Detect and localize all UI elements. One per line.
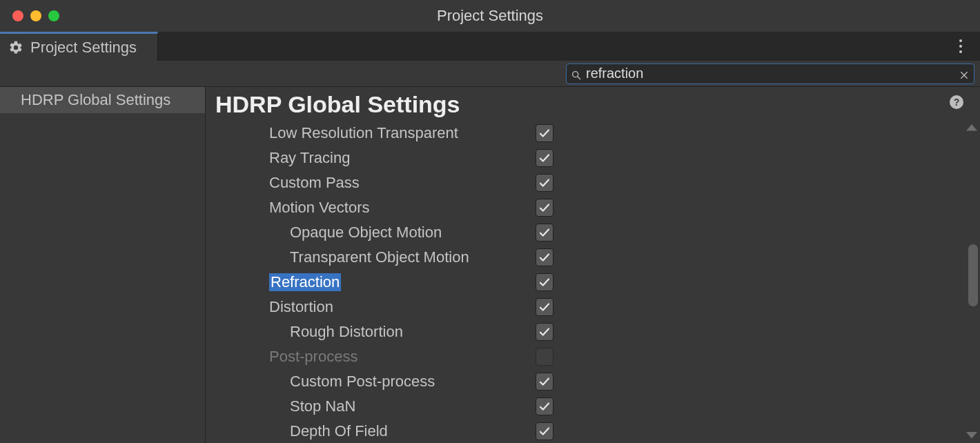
- setting-label-col: Distortion: [215, 298, 534, 316]
- setting-label-col: Post-process: [215, 348, 534, 366]
- search-icon: [571, 68, 582, 79]
- svg-point-0: [573, 71, 578, 77]
- setting-label-col: Depth Of Field: [215, 422, 534, 440]
- search-box[interactable]: [566, 63, 974, 84]
- setting-label-col: Opaque Object Motion: [215, 224, 534, 242]
- kebab-dot-icon: [959, 50, 962, 53]
- tab-label: Project Settings: [30, 39, 137, 57]
- setting-checkbox[interactable]: [536, 273, 553, 291]
- setting-label: Stop NaN: [290, 397, 355, 415]
- setting-check-col: [534, 174, 555, 192]
- traffic-lights: [12, 10, 59, 21]
- setting-label: Post-process: [269, 348, 357, 366]
- setting-label: Rough Distortion: [290, 323, 403, 341]
- settings-sidebar: HDRP Global Settings: [0, 87, 206, 443]
- setting-check-col: [534, 323, 555, 341]
- svg-text:?: ?: [954, 97, 960, 108]
- setting-row: Post-process: [215, 344, 966, 369]
- kebab-dot-icon: [959, 39, 962, 42]
- settings-rows: Low Resolution TransparentRay TracingCus…: [215, 121, 966, 443]
- setting-label-col: Transparent Object Motion: [215, 248, 534, 266]
- settings-content: HDRP Global Settings ? Low Resolution Tr…: [206, 87, 980, 443]
- setting-checkbox[interactable]: [536, 298, 553, 316]
- close-window-button[interactable]: [12, 10, 23, 21]
- search-row: [0, 61, 980, 87]
- setting-checkbox[interactable]: [536, 397, 553, 415]
- setting-label: Ray Tracing: [269, 149, 350, 167]
- setting-label-col: Motion Vectors: [215, 199, 534, 217]
- minimize-window-button[interactable]: [30, 10, 41, 21]
- setting-label-col: Ray Tracing: [215, 149, 534, 167]
- sidebar-item-hdrp-global-settings[interactable]: HDRP Global Settings: [0, 87, 205, 113]
- setting-checkbox[interactable]: [536, 149, 553, 167]
- svg-marker-6: [966, 124, 977, 131]
- setting-row: Ray Tracing: [215, 146, 966, 170]
- setting-row: Transparent Object Motion: [215, 245, 966, 270]
- setting-row: Custom Post-process: [215, 369, 966, 394]
- help-icon[interactable]: ?: [948, 94, 965, 110]
- zoom-window-button[interactable]: [48, 10, 59, 21]
- setting-checkbox[interactable]: [536, 199, 553, 217]
- setting-checkbox[interactable]: [536, 323, 553, 341]
- setting-checkbox: [536, 348, 553, 366]
- setting-label: Transparent Object Motion: [290, 248, 469, 266]
- sidebar-item-label: HDRP Global Settings: [21, 91, 170, 108]
- setting-check-col: [534, 199, 555, 217]
- setting-check-col: [534, 273, 555, 291]
- setting-checkbox[interactable]: [536, 174, 553, 192]
- setting-row: Low Resolution Transparent: [215, 121, 966, 146]
- setting-checkbox[interactable]: [536, 124, 553, 142]
- setting-label-col: Stop NaN: [215, 397, 534, 415]
- setting-label: Low Resolution Transparent: [269, 124, 458, 142]
- setting-label-col: Refraction: [215, 273, 534, 291]
- setting-check-col: [534, 397, 555, 415]
- setting-label: Custom Post-process: [290, 373, 435, 391]
- setting-row: Refraction: [215, 270, 966, 295]
- setting-label: Distortion: [269, 298, 333, 316]
- tab-project-settings[interactable]: Project Settings: [0, 32, 158, 61]
- setting-checkbox[interactable]: [536, 224, 553, 242]
- setting-row: Motion Vectors: [215, 195, 966, 220]
- setting-check-col: [534, 248, 555, 266]
- kebab-dot-icon: [959, 45, 962, 48]
- setting-check-col: [534, 124, 555, 142]
- setting-label: Depth Of Field: [290, 422, 388, 440]
- search-input[interactable]: [586, 66, 954, 81]
- window-title: Project Settings: [0, 7, 980, 25]
- main-area: HDRP Global Settings HDRP Global Setting…: [0, 87, 980, 443]
- setting-label: Motion Vectors: [269, 199, 370, 217]
- setting-checkbox[interactable]: [536, 373, 553, 391]
- setting-checkbox[interactable]: [536, 422, 553, 440]
- setting-check-col: [534, 149, 555, 167]
- setting-label-col: Rough Distortion: [215, 323, 534, 341]
- setting-row: Custom Pass: [215, 170, 966, 195]
- setting-label: Refraction: [269, 273, 341, 291]
- setting-check-col: [534, 373, 555, 391]
- gear-icon: [8, 40, 23, 55]
- clear-search-button[interactable]: [959, 68, 970, 79]
- setting-label-col: Custom Post-process: [215, 373, 534, 391]
- setting-label: Custom Pass: [269, 174, 360, 192]
- scrollbar-thumb[interactable]: [968, 244, 978, 306]
- window-menu-button[interactable]: [951, 32, 970, 61]
- svg-line-1: [578, 77, 580, 79]
- scroll-up-arrow-icon[interactable]: [966, 123, 977, 132]
- setting-row: Distortion: [215, 295, 966, 319]
- setting-label-col: Low Resolution Transparent: [215, 124, 534, 142]
- setting-row: Stop NaN: [215, 394, 966, 419]
- page-title: HDRP Global Settings: [215, 91, 966, 118]
- setting-row: Rough Distortion: [215, 319, 966, 344]
- scroll-down-arrow-icon[interactable]: [966, 431, 977, 440]
- setting-row: Depth Of Field: [215, 419, 966, 443]
- setting-label-col: Custom Pass: [215, 174, 534, 192]
- setting-check-col: [534, 348, 555, 366]
- setting-checkbox[interactable]: [536, 248, 553, 266]
- setting-check-col: [534, 224, 555, 242]
- tab-bar: Project Settings: [0, 32, 980, 61]
- setting-check-col: [534, 298, 555, 316]
- setting-row: Opaque Object Motion: [215, 220, 966, 245]
- svg-marker-7: [966, 432, 977, 439]
- setting-check-col: [534, 422, 555, 440]
- window-titlebar: Project Settings: [0, 0, 980, 32]
- setting-label: Opaque Object Motion: [290, 224, 442, 242]
